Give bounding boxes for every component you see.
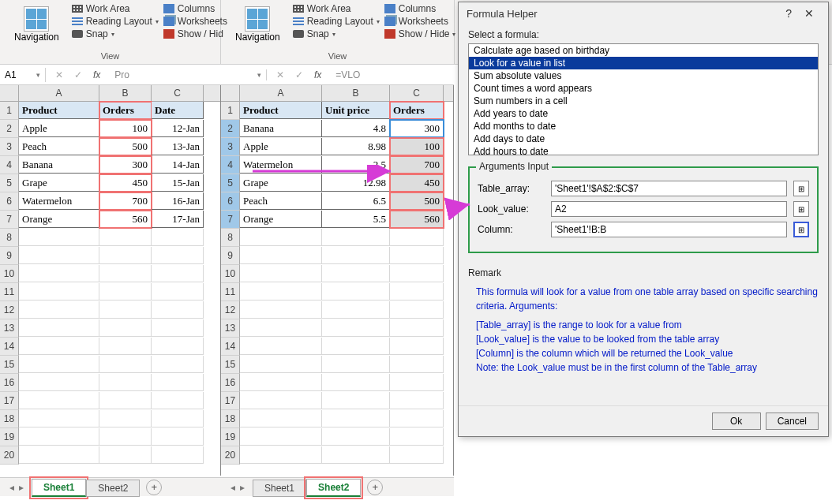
work-area-button-2[interactable]: Work Area [293,3,380,14]
cell[interactable] [99,428,152,446]
cell[interactable] [99,265,152,282]
snap-button[interactable]: Snap▾ [72,28,159,39]
tab-nav-next[interactable]: ▸ [238,482,246,493]
cell[interactable]: 4.8 [322,120,390,137]
cell[interactable] [240,319,322,337]
accept-formula-button[interactable]: ✓ [69,69,87,80]
sheet-tab-sheet1-2[interactable]: Sheet1 [253,480,306,497]
cell[interactable] [99,283,152,301]
column-header-cell[interactable]: Orders [99,102,152,119]
cell[interactable]: Peach [19,138,99,155]
cell[interactable]: 500 [99,138,152,155]
look-value-input[interactable] [551,201,787,217]
cell[interactable] [322,392,390,409]
cell[interactable] [322,319,390,337]
cell[interactable] [19,301,99,319]
cell[interactable] [390,247,444,264]
cell[interactable]: 16-Jan [152,192,204,210]
cell[interactable] [322,338,390,355]
cell[interactable]: 300 [99,156,152,174]
ok-button[interactable]: Ok [712,413,761,430]
cell[interactable] [390,392,444,409]
range-picker-button-active[interactable]: ⊞ [793,222,809,237]
cell[interactable]: Apple [240,138,322,155]
cell[interactable] [99,247,152,264]
formula-listbox[interactable]: Calculate age based on birthdayLook for … [468,43,819,155]
cell[interactable] [240,265,322,282]
cell[interactable] [390,283,444,301]
name-box-2[interactable]: ▾ [221,69,267,80]
range-picker-button[interactable]: ⊞ [793,201,809,217]
reading-layout-button-2[interactable]: Reading Layout▾ [293,16,380,27]
cell[interactable] [152,283,204,301]
fx-button[interactable]: fx [309,69,326,80]
cell[interactable] [152,265,204,282]
cell[interactable] [19,283,99,301]
cell[interactable] [390,301,444,319]
show-hide-button[interactable]: Show / Hid [163,28,227,39]
cell[interactable] [19,319,99,337]
cell[interactable] [322,428,390,446]
cell[interactable] [152,338,204,355]
cell[interactable] [19,356,99,373]
cell[interactable] [99,410,152,427]
cell[interactable]: 560 [99,211,152,228]
cell[interactable] [152,374,204,391]
cell[interactable]: 100 [390,138,444,155]
cell[interactable] [19,229,99,246]
cell[interactable]: 12.98 [322,174,390,192]
grid-1[interactable]: ABC1ProductOrdersDate2Apple10012-Jan3Pea… [0,85,220,465]
cell[interactable]: Banana [240,120,322,137]
cell[interactable] [99,301,152,319]
cell[interactable] [99,319,152,337]
formula-list-item[interactable]: Sum numbers in a cell [469,95,818,107]
cell[interactable] [240,301,322,319]
cell[interactable]: Watermelon [19,192,99,210]
cell[interactable] [152,392,204,409]
cell[interactable] [99,392,152,409]
cell[interactable] [19,428,99,446]
cell[interactable]: Banana [19,156,99,174]
cell[interactable] [152,301,204,319]
tab-nav-arrows-2[interactable]: ◂▸ [229,482,246,493]
cell[interactable] [240,446,322,464]
cell[interactable] [19,374,99,391]
cell[interactable] [240,229,322,246]
navigation-button[interactable]: Navigation [6,3,67,46]
column-header-cell[interactable]: Date [152,102,204,119]
snap-button-2[interactable]: Snap▾ [293,28,380,39]
worksheets-button-2[interactable]: Worksheets [384,16,456,27]
cell[interactable]: 5.5 [322,211,390,228]
cell[interactable]: 13-Jan [152,138,204,155]
cell[interactable] [240,374,322,391]
cancel-button[interactable]: Cancel [766,413,819,430]
cell[interactable] [99,229,152,246]
formula-list-item[interactable]: Look for a value in list [469,57,818,69]
cell[interactable] [152,446,204,464]
cancel-formula-button[interactable]: ✕ [272,69,289,80]
cell[interactable] [152,247,204,264]
sheet-tab-sheet1[interactable]: Sheet1 [32,479,86,497]
tab-nav-prev[interactable]: ◂ [229,482,237,493]
cell[interactable] [322,374,390,391]
cell[interactable] [152,229,204,246]
cell[interactable] [390,229,444,246]
columns-button[interactable]: Columns [163,3,227,14]
cell[interactable]: Orange [19,211,99,228]
cell[interactable]: Apple [19,120,99,137]
add-sheet-button-2[interactable]: + [367,480,383,495]
cell[interactable] [322,356,390,373]
cell[interactable] [390,446,444,464]
column-header-cell[interactable]: Unit price [322,102,390,119]
cell[interactable] [322,247,390,264]
work-area-button[interactable]: Work Area [72,3,159,14]
range-picker-button[interactable]: ⊞ [793,181,809,196]
cell[interactable] [19,247,99,264]
worksheets-button[interactable]: Worksheets [163,16,227,27]
cell[interactable] [390,374,444,391]
cell[interactable] [99,374,152,391]
cell[interactable] [322,265,390,282]
add-sheet-button[interactable]: + [146,480,162,495]
cell[interactable] [390,410,444,427]
cell[interactable] [19,265,99,282]
